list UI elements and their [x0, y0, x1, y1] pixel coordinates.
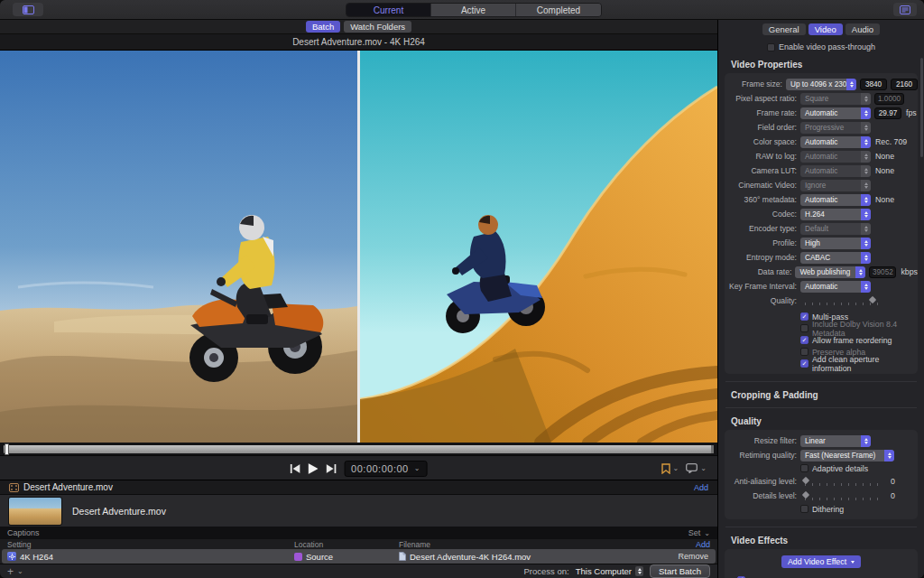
process-on-value: This Computer — [576, 566, 632, 576]
pass-through-checkbox[interactable] — [767, 43, 775, 51]
captions-row: Captions Set ⌄ — [0, 527, 717, 539]
output-filename: Desert Adventure-4K H264.mov — [410, 552, 531, 562]
add-job-link[interactable]: Add — [694, 483, 708, 492]
multi-pass-checkbox[interactable]: ✓ — [800, 312, 808, 321]
location-icon — [294, 553, 302, 561]
output-setting-row[interactable]: 4K H264 Source Desert Adventure-4K H264.… — [2, 549, 716, 564]
scrubber-track[interactable] — [4, 445, 714, 453]
setting-icon — [7, 552, 16, 561]
frame-rate-popup[interactable]: Automatic — [800, 107, 871, 119]
frame-size-field-0[interactable]: 3840 — [860, 79, 887, 90]
process-on-dropdown[interactable]: This Computer — [576, 566, 643, 576]
cinematic-video-popup-stepper-icon — [861, 180, 871, 191]
adaptive-details-checkbox[interactable] — [800, 464, 808, 472]
next-frame-button[interactable] — [326, 464, 336, 473]
marker-dropdown[interactable]: ⌄ — [661, 463, 679, 474]
section-divider — [725, 407, 917, 408]
data-rate-popup[interactable]: Web publishing — [795, 266, 865, 278]
timeline-scrubber[interactable] — [0, 443, 717, 455]
sidebar-icon — [23, 5, 34, 14]
captions-set-dropdown[interactable]: Set ⌄ — [688, 528, 710, 537]
remove-output-button[interactable]: Remove — [678, 549, 708, 564]
frame-rate-popup-stepper-icon — [861, 107, 871, 119]
dolby-vision-checkbox[interactable] — [800, 324, 808, 332]
footer-bar: + ⌄ Process on: This Computer Start Batc… — [0, 564, 717, 578]
profile-popup[interactable]: High — [800, 238, 871, 249]
section-divider — [725, 381, 917, 382]
profile-label: Profile: — [727, 238, 797, 247]
status-tab-current[interactable]: Current — [346, 4, 431, 16]
status-tab-completed[interactable]: Completed — [516, 4, 601, 16]
inspector-tab-audio[interactable]: Audio — [845, 23, 880, 35]
section-divider — [725, 527, 917, 527]
previous-frame-button[interactable] — [290, 464, 300, 473]
quality-slider[interactable] — [803, 295, 886, 306]
details-level-slider[interactable] — [803, 490, 886, 501]
add-output-link[interactable]: Add — [696, 540, 710, 549]
field-order-popup[interactable]: Progressive — [800, 122, 871, 134]
start-batch-button[interactable]: Start Batch — [650, 564, 710, 578]
batch-tab-bar: BatchWatch Folders — [0, 20, 717, 34]
compressor-window: CurrentActiveCompleted BatchWatch Folder… — [0, 0, 924, 578]
frame-size-popup-value: Up to 4096 x 2304 — [790, 80, 851, 89]
frame-size-field-1[interactable]: 2160 — [891, 79, 918, 90]
metadata-360-popup[interactable]: Automatic — [800, 194, 871, 206]
cinematic-video-popup[interactable]: Ignore — [800, 180, 871, 191]
cinematic-video-row: Cinematic Video:Ignore — [725, 178, 918, 192]
pixel-aspect-ratio-label: Pixel aspect ratio: — [727, 94, 797, 103]
play-button[interactable] — [308, 463, 318, 474]
codec-popup[interactable]: H.264 — [800, 209, 871, 220]
color-space-label: Color space: — [727, 137, 797, 146]
anti-aliasing-label: Anti-aliasing level: — [727, 477, 797, 486]
encoder-type-popup[interactable]: Default — [800, 223, 871, 235]
column-filename: Filename — [399, 540, 430, 549]
metadata-360-popup-value: Automatic — [805, 196, 837, 204]
pixel-aspect-ratio-field-0[interactable]: 1.0000 — [874, 93, 904, 105]
anti-aliasing-slider[interactable] — [803, 476, 886, 487]
resize-filter-popup-stepper-icon — [861, 435, 871, 447]
clean-aperture-checkbox[interactable]: ✓ — [800, 359, 808, 368]
playhead[interactable] — [5, 443, 9, 455]
frame-reordering-checkbox[interactable]: ✓ — [800, 336, 808, 344]
main-toolbar: CurrentActiveCompleted — [0, 0, 924, 20]
add-video-effect-button[interactable]: Add Video Effect — [781, 555, 861, 568]
data-rate-field-0[interactable]: 39052 — [869, 266, 896, 278]
resize-filter-popup[interactable]: Linear — [800, 435, 871, 447]
scrubber-end-marker — [711, 445, 714, 453]
resize-filter-popup-value: Linear — [805, 437, 826, 445]
annotation-dropdown[interactable]: ⌄ — [686, 463, 707, 473]
pixel-aspect-ratio-popup[interactable]: Square — [800, 93, 871, 105]
details-level-label: Details level: — [727, 491, 797, 500]
retiming-quality-popup[interactable]: Fast (Nearest Frame) — [800, 450, 894, 461]
color-space-popup-value: Automatic — [805, 138, 837, 146]
key-frame-interval-popup[interactable]: Automatic — [800, 281, 871, 293]
color-space-popup[interactable]: Automatic — [800, 136, 871, 148]
preserve-alpha-checkbox[interactable] — [800, 348, 808, 356]
inspector-tab-video[interactable]: Video — [808, 23, 843, 35]
profile-popup-stepper-icon — [861, 238, 871, 249]
entropy-mode-popup[interactable]: CABAC — [800, 252, 871, 264]
dithering-checkbox[interactable] — [800, 505, 808, 513]
source-media-row[interactable]: Desert Adventure.mov — [0, 494, 717, 527]
data-rate-value-1: kbps — [901, 267, 918, 276]
add-batch-dropdown[interactable]: + ⌄ — [7, 567, 23, 576]
frame-size-label: Frame size: — [727, 79, 782, 89]
inspector-scrollbar[interactable] — [920, 58, 923, 157]
frame-size-popup[interactable]: Up to 4096 x 2304 — [786, 79, 856, 90]
inspector-tab-general[interactable]: General — [762, 23, 806, 35]
codec-popup-stepper-icon — [861, 209, 871, 220]
color-space-popup-stepper-icon — [861, 136, 871, 148]
inspector-toggle-button[interactable] — [893, 3, 917, 16]
sidebar-toggle-button[interactable] — [13, 3, 43, 16]
raw-to-log-popup[interactable]: Automatic — [800, 151, 871, 163]
view-tab-batch[interactable]: Batch — [306, 21, 340, 33]
status-tab-active[interactable]: Active — [431, 4, 516, 16]
key-frame-interval-popup-stepper-icon — [861, 281, 871, 293]
camera-lut-popup[interactable]: Automatic — [800, 165, 871, 177]
view-tab-watch-folders[interactable]: Watch Folders — [344, 21, 411, 33]
job-header-row[interactable]: Desert Adventure.mov Add — [0, 480, 717, 494]
chevron-down-icon: ⌄ — [673, 464, 679, 472]
quality-panel: Resize filter:LinearRetiming quality:Fas… — [725, 430, 918, 519]
frame-rate-field-0[interactable]: 29.97 — [874, 107, 901, 119]
timecode-display[interactable]: 00:00:00:00 ⌄ — [344, 461, 428, 477]
